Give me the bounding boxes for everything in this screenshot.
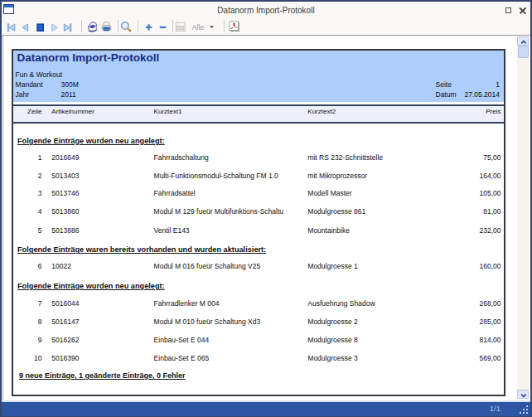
cell-zeile: 9 [20, 336, 41, 344]
cell-kurztext2: Ausfuehrung Shadow [307, 299, 375, 308]
export-button-icon [85, 19, 99, 33]
grip-dot [520, 412, 521, 414]
vertical-scrollbar[interactable] [517, 36, 529, 399]
toolbar-separator [118, 20, 118, 33]
column-header-zeile: Zeile [20, 108, 41, 115]
cell-kurztext1: Modul M 016 fueür Schaltung V25 [154, 262, 261, 270]
cell-kurztext1: Modul M 129 fueür Multifunktions-Schaltu [154, 207, 283, 216]
cell-artikelnummer: 5016147 [51, 318, 79, 326]
scroll-up-button[interactable] [517, 36, 529, 46]
grip-dot [526, 405, 528, 407]
group-heading: Folgende Einträge wurden neu angelegt: [17, 137, 165, 145]
toolbar: Alle [2, 16, 530, 36]
last-page-button-icon [60, 19, 75, 33]
stop-button-icon [33, 19, 47, 33]
report-header-band: Datanorm Import-Protokoll Fun & Workout … [13, 51, 504, 102]
pdf-export-button-icon [227, 19, 241, 33]
cell-preis: 814,00 [480, 336, 501, 344]
cell-artikelnummer: 10022 [51, 262, 71, 270]
page-indicator: 1/1 [490, 404, 501, 413]
toolbar-separator [224, 20, 225, 33]
group-heading: Folgende Einträge wurden neu angelegt: [17, 282, 165, 290]
pdf-export-button[interactable] [227, 19, 241, 33]
resize-grip[interactable] [519, 405, 530, 415]
cell-artikelnummer: 5016390 [51, 354, 79, 362]
export-button[interactable] [85, 19, 99, 33]
toolbar-separator [138, 20, 138, 33]
page-scale-label: Alle [192, 23, 205, 32]
cell-zeile: 1 [20, 153, 41, 162]
page-view-button[interactable] [173, 19, 187, 33]
cell-zeile: 8 [20, 318, 41, 326]
chevron-up-icon [520, 39, 527, 46]
stop-button[interactable] [33, 19, 47, 33]
cell-kurztext2: Modulgroesse 2 [307, 318, 357, 326]
cell-preis: 164,00 [480, 172, 501, 180]
cell-preis: 232,00 [480, 226, 501, 235]
cell-preis: 569,00 [480, 354, 501, 362]
scrollbar-thumb[interactable] [518, 46, 529, 58]
info-label-mandant: Mandant [16, 80, 43, 89]
group-heading: Folgende Einträge waren bereits vorhande… [17, 245, 266, 254]
chevron-down-icon [520, 392, 527, 399]
report-viewer-window: Datanorm Import-Protokoll Alle [0, 0, 532, 417]
zoom-out-button-icon [156, 19, 170, 33]
cell-kurztext1: Fahrradschaltung [154, 153, 209, 162]
info-value-mandant: 300M [61, 80, 79, 89]
column-header-kurztext2: Kurztext2 [307, 108, 336, 115]
cell-kurztext2: Modulgroesse 8 [307, 336, 357, 344]
report-summary: 9 neue Einträge, 1 geänderte Einträge, 0… [19, 371, 186, 380]
first-page-button[interactable] [4, 19, 18, 33]
cell-kurztext1: Einbau-Set E 065 [154, 354, 210, 362]
previous-page-button-icon [18, 19, 32, 33]
cell-artikelnummer: 5013403 [51, 172, 79, 180]
zoom-in-button-icon [142, 19, 156, 33]
zoom-in-button[interactable] [142, 19, 156, 33]
cell-kurztext2: mit Mikroprozessor [307, 172, 367, 180]
cell-kurztext1: Fahrradlenker M 004 [154, 299, 220, 308]
cell-zeile: 2 [20, 172, 41, 180]
cell-zeile: 6 [20, 262, 41, 270]
cell-zeile: 10 [20, 354, 41, 362]
grip-dot [523, 409, 525, 410]
print-button[interactable] [99, 19, 114, 33]
cell-preis: 75,00 [483, 153, 501, 162]
print-button-icon [99, 19, 114, 33]
next-page-button[interactable] [47, 19, 61, 33]
page-scale-dropdown[interactable] [205, 19, 219, 33]
zoom-button-icon [121, 19, 135, 33]
previous-page-button[interactable] [18, 19, 32, 33]
cell-kurztext2: Modulgroesse 861 [307, 207, 365, 216]
cell-preis: 81,00 [483, 207, 501, 216]
cell-kurztext1: Multi-Funktionsmodul-Schaltung FM 1.0 [154, 172, 278, 180]
cell-artikelnummer: 5016262 [51, 336, 79, 344]
dropdown-arrow-icon [205, 19, 219, 33]
window-title: Datanorm Import-Protokoll [2, 6, 530, 15]
cell-kurztext1: Fahrradsattel [154, 189, 196, 197]
cell-kurztext1: Ventil E143 [154, 226, 190, 235]
cell-artikelnummer: 5013860 [51, 207, 79, 216]
cell-kurztext2: Modulgroesse 1 [307, 262, 357, 270]
cell-artikelnummer: 2016649 [51, 153, 79, 162]
cell-artikelnummer: 5013746 [51, 189, 79, 197]
cell-artikelnummer: 5013886 [51, 226, 79, 235]
zoom-out-button[interactable] [156, 19, 170, 33]
cell-preis: 105,00 [480, 189, 501, 197]
table-body: Folgende Einträge wurden neu angelegt:12… [13, 116, 504, 395]
cell-kurztext2: Modulgroesse 3 [307, 354, 357, 362]
cell-kurztext1: Modul M 010 fueür Schaltung Xd3 [154, 318, 261, 326]
cell-artikelnummer: 5016044 [51, 299, 79, 308]
cell-zeile: 7 [20, 299, 41, 308]
cell-kurztext2: Mountainbike [307, 226, 350, 235]
last-page-button[interactable] [60, 19, 75, 33]
cell-kurztext2: Modell Master [307, 189, 351, 197]
cell-zeile: 3 [20, 189, 41, 197]
report-title: Datanorm Import-Protokoll [17, 51, 159, 64]
zoom-button[interactable] [121, 19, 135, 33]
page-view-button-icon [173, 19, 187, 33]
column-header-kurztext1: Kurztext1 [154, 108, 182, 115]
grip-dot [523, 412, 525, 414]
cell-kurztext1: Einbau-Set E 044 [154, 336, 210, 344]
cell-zeile: 5 [20, 226, 41, 235]
scroll-down-button[interactable] [517, 390, 529, 399]
